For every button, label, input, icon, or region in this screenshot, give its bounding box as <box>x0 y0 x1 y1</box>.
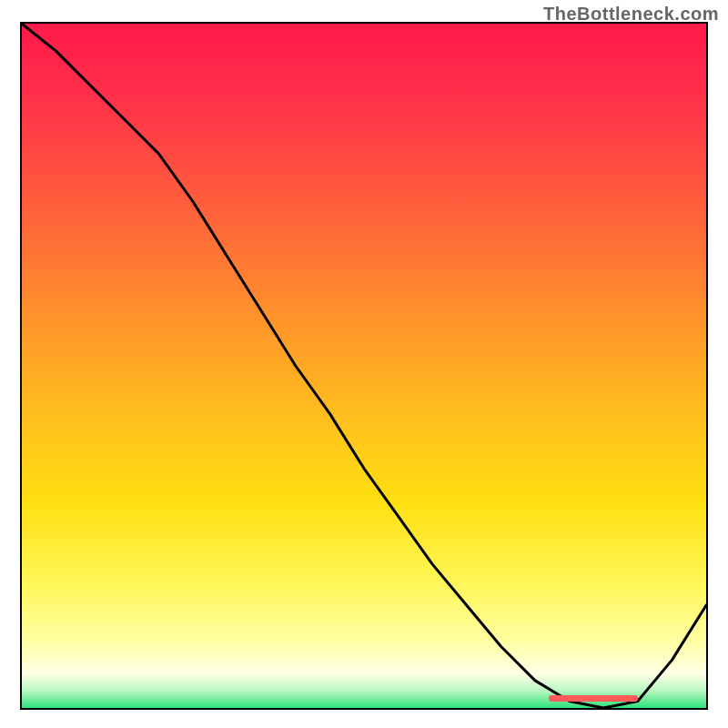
stage: TheBottleneck.com <box>0 0 728 728</box>
chart-svg <box>22 24 706 708</box>
minimum-marker <box>549 695 638 702</box>
heat-background <box>22 24 706 708</box>
chart-area <box>20 22 708 710</box>
